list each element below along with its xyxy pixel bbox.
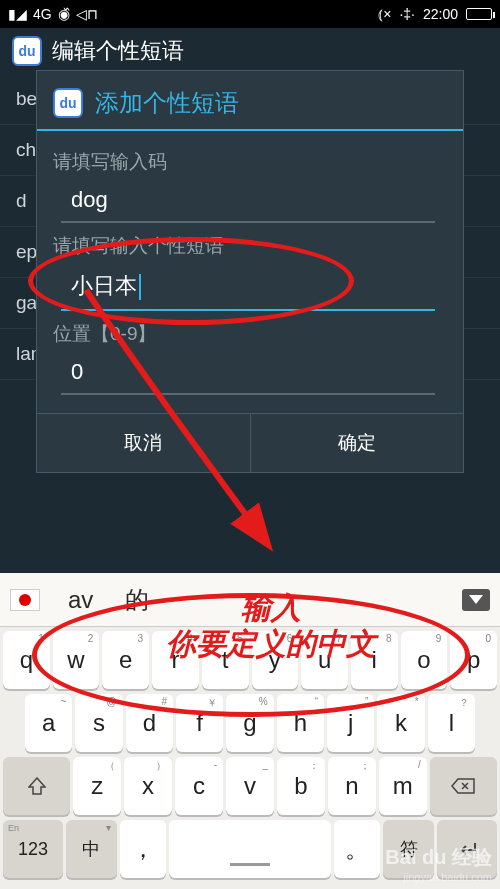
status-bar: ▮◢ 4G ◉᷈ ◁⊓ ⦅× ·‡· 22:00 — [0, 0, 500, 28]
keyboard-row-3: （z）x-c_v：b；n/m — [3, 757, 497, 815]
key-o[interactable]: 9o — [401, 631, 448, 689]
key-e[interactable]: 3e — [102, 631, 149, 689]
key-i[interactable]: 8i — [351, 631, 398, 689]
backspace-key[interactable] — [430, 757, 497, 815]
network-type: 4G — [33, 6, 52, 22]
key-y[interactable]: 6y — [252, 631, 299, 689]
battery-icon — [466, 8, 492, 20]
backspace-icon — [451, 778, 475, 794]
keyboard-row-2: ~a@s#d￥f%g“h”j*k？l — [3, 694, 497, 752]
candidate-bar: av 的 — [0, 573, 500, 627]
position-field[interactable]: 0 — [61, 353, 435, 395]
key-j[interactable]: ”j — [327, 694, 374, 752]
key-q[interactable]: 1q — [3, 631, 50, 689]
watermark: Bai du 经验 jingyan.baidu.com — [385, 844, 492, 883]
volume-icon: ◁⊓ — [76, 6, 98, 22]
app-header: du 编辑个性短语 — [0, 28, 500, 74]
phrase-field[interactable]: 小日本 — [61, 265, 435, 311]
collapse-keyboard-icon[interactable] — [462, 589, 490, 611]
key-l[interactable]: ？l — [428, 694, 475, 752]
svg-marker-1 — [29, 778, 45, 794]
key-b[interactable]: ：b — [277, 757, 325, 815]
page-title: 编辑个性短语 — [52, 36, 184, 66]
position-label: 位置【0-9】 — [53, 311, 447, 353]
soft-keyboard: av 的 1q2w3e4r5t6y7u8i9o0p ~a@s#d￥f%g“h”j… — [0, 573, 500, 889]
period-key[interactable]: 。 — [334, 820, 380, 878]
add-phrase-dialog: du 添加个性短语 请填写输入码 dog 请填写输入个性短语 小日本 位置【0-… — [36, 70, 464, 473]
key-r[interactable]: 4r — [152, 631, 199, 689]
key-z[interactable]: （z — [73, 757, 121, 815]
input-code-field[interactable]: dog — [61, 181, 435, 223]
key-a[interactable]: ~a — [25, 694, 72, 752]
shift-key[interactable] — [3, 757, 70, 815]
key-g[interactable]: %g — [226, 694, 273, 752]
clock: 22:00 — [423, 6, 458, 22]
key-m[interactable]: /m — [379, 757, 427, 815]
language-key[interactable]: 中 ▾ — [66, 820, 117, 878]
keyboard-row-1: 1q2w3e4r5t6y7u8i9o0p — [3, 631, 497, 689]
candidate-word[interactable]: av — [64, 580, 97, 620]
key-x[interactable]: ）x — [124, 757, 172, 815]
phrase-label: 请填写输入个性短语 — [53, 223, 447, 265]
candidate-word[interactable]: 的 — [121, 578, 153, 622]
key-h[interactable]: “h — [277, 694, 324, 752]
dialog-title: 添加个性短语 — [95, 87, 239, 119]
key-k[interactable]: *k — [377, 694, 424, 752]
key-w[interactable]: 2w — [53, 631, 100, 689]
key-v[interactable]: _v — [226, 757, 274, 815]
key-c[interactable]: -c — [175, 757, 223, 815]
key-f[interactable]: ￥f — [176, 694, 223, 752]
key-p[interactable]: 0p — [450, 631, 497, 689]
wifi-icon: ◉᷈ — [58, 6, 70, 22]
japan-flag-icon[interactable] — [10, 589, 40, 611]
key-t[interactable]: 5t — [202, 631, 249, 689]
key-s[interactable]: @s — [75, 694, 122, 752]
text-cursor — [139, 274, 141, 300]
input-code-label: 请填写输入码 — [53, 139, 447, 181]
svg-marker-0 — [469, 595, 483, 604]
shift-icon — [28, 777, 46, 795]
comma-key[interactable]: ， — [120, 820, 166, 878]
baidu-logo-icon: du — [53, 88, 83, 118]
dialog-title-bar: du 添加个性短语 — [37, 71, 463, 131]
numeric-key[interactable]: En 123 — [3, 820, 63, 878]
confirm-button[interactable]: 确定 — [251, 414, 464, 472]
vibrate-icon: ⦅× — [378, 6, 391, 23]
space-key[interactable] — [169, 820, 331, 878]
cancel-button[interactable]: 取消 — [37, 414, 251, 472]
watermark-url: jingyan.baidu.com — [385, 871, 492, 883]
baidu-logo-icon: du — [12, 36, 42, 66]
watermark-logo: Bai du 经验 — [385, 844, 492, 871]
location-icon: ·‡· — [399, 6, 415, 22]
key-d[interactable]: #d — [126, 694, 173, 752]
key-u[interactable]: 7u — [301, 631, 348, 689]
signal-bars-icon: ▮◢ — [8, 6, 27, 22]
key-n[interactable]: ；n — [328, 757, 376, 815]
